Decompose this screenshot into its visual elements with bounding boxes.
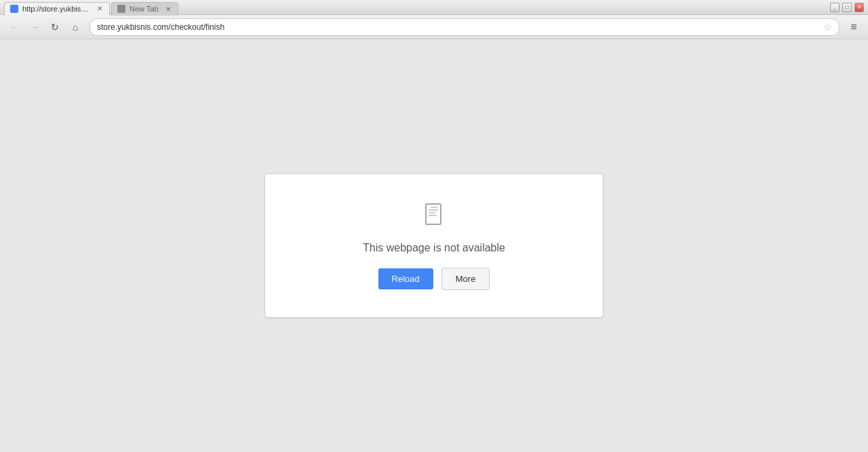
active-tab[interactable]: http://store.yukbisnis.com ✕ bbox=[4, 2, 110, 16]
page-content: This webpage is not available Reload Mor… bbox=[0, 39, 868, 452]
back-button[interactable]: ← bbox=[5, 18, 23, 36]
window-titlebar: http://store.yukbisnis.com ✕ New Tab ✕ _… bbox=[0, 0, 868, 15]
tab-favicon-2 bbox=[117, 5, 125, 13]
browser-menu-button[interactable]: ≡ bbox=[845, 18, 863, 36]
inactive-tab-label: New Tab bbox=[130, 5, 159, 13]
home-icon: ⌂ bbox=[73, 22, 78, 33]
browser-toolbar: ← → ↻ ⌂ ☆ ≡ bbox=[0, 15, 868, 39]
tab-favicon bbox=[10, 5, 18, 13]
maximize-button[interactable]: □ bbox=[842, 3, 852, 12]
reload-button[interactable]: ↻ bbox=[46, 18, 64, 36]
minimize-button[interactable]: _ bbox=[830, 3, 840, 12]
forward-icon: → bbox=[30, 22, 39, 33]
tab-close-button-2[interactable]: ✕ bbox=[165, 5, 171, 13]
window-controls: _ □ ✕ bbox=[830, 3, 864, 12]
reload-icon: ↻ bbox=[51, 22, 59, 33]
back-icon: ← bbox=[9, 22, 19, 33]
inactive-tab[interactable]: New Tab ✕ bbox=[111, 2, 178, 16]
bookmark-star-icon[interactable]: ☆ bbox=[823, 22, 832, 33]
hamburger-icon: ≡ bbox=[850, 21, 856, 33]
error-buttons-container: Reload More bbox=[378, 268, 490, 290]
tab-bar: http://store.yukbisnis.com ✕ New Tab ✕ bbox=[4, 0, 178, 15]
error-dialog: This webpage is not available Reload Mor… bbox=[264, 173, 604, 318]
broken-page-icon bbox=[420, 201, 448, 228]
error-message-text: This webpage is not available bbox=[363, 242, 505, 254]
address-bar-input[interactable] bbox=[97, 22, 821, 32]
active-tab-label: http://store.yukbisnis.com bbox=[22, 5, 90, 13]
home-button[interactable]: ⌂ bbox=[66, 18, 84, 36]
close-button[interactable]: ✕ bbox=[854, 3, 864, 12]
address-bar-container[interactable]: ☆ bbox=[90, 18, 840, 36]
reload-page-button[interactable]: Reload bbox=[378, 268, 433, 289]
forward-button[interactable]: → bbox=[26, 18, 43, 36]
more-button[interactable]: More bbox=[441, 268, 490, 290]
tab-close-button[interactable]: ✕ bbox=[97, 5, 102, 12]
